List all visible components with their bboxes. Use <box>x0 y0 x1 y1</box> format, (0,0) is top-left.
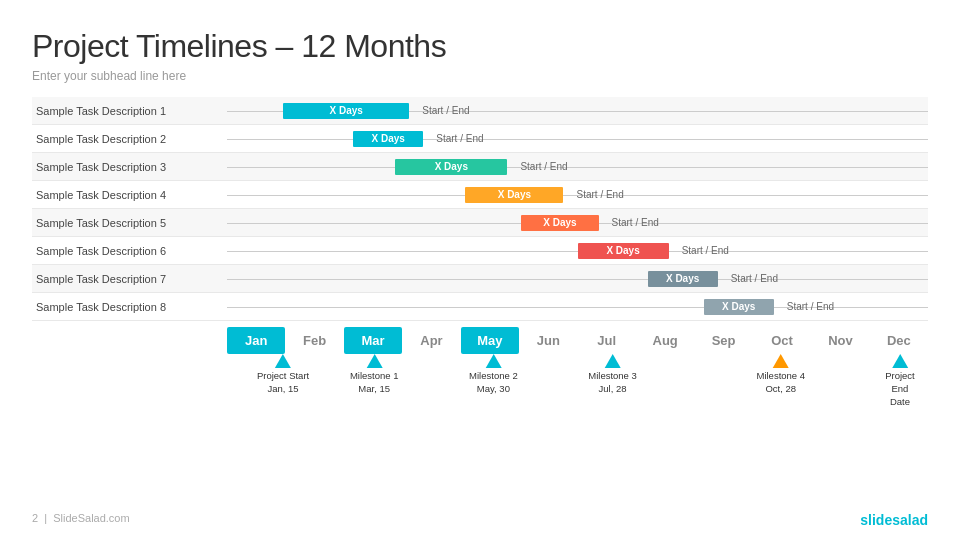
month-cell-may: May <box>461 327 519 354</box>
start-end-label: Start / End <box>576 189 623 200</box>
gantt-bar: X Days <box>704 299 774 315</box>
gantt-line <box>227 279 928 280</box>
task-label: Sample Task Description 6 <box>32 245 227 257</box>
gantt-row: Sample Task Description 8X DaysStart / E… <box>32 293 928 321</box>
gantt-row: Sample Task Description 5X DaysStart / E… <box>32 209 928 237</box>
task-label: Sample Task Description 7 <box>32 273 227 285</box>
milestone-marker: Milestone 4Oct, 28 <box>756 354 805 396</box>
footer: 2 | SlideSalad.com slidesalad <box>0 512 960 528</box>
month-cell-feb: Feb <box>285 327 343 354</box>
milestone-triangle <box>366 354 382 368</box>
month-cell-jun: Jun <box>519 327 577 354</box>
gantt-row: Sample Task Description 6X DaysStart / E… <box>32 237 928 265</box>
milestone-marker: Milestone 1Mar, 15 <box>350 354 399 396</box>
bar-area: X DaysStart / End <box>227 125 928 152</box>
milestone-marker: Project StartJan, 15 <box>257 354 309 396</box>
milestone-label: Milestone 1Mar, 15 <box>350 370 399 396</box>
start-end-label: Start / End <box>731 273 778 284</box>
milestone-label: Project StartJan, 15 <box>257 370 309 396</box>
task-label: Sample Task Description 1 <box>32 105 227 117</box>
month-cell-nov: Nov <box>811 327 869 354</box>
slide-subtitle: Enter your subhead line here <box>32 69 928 83</box>
month-cell-aug: Aug <box>636 327 694 354</box>
milestone-triangle <box>892 354 908 368</box>
milestones-area: Project StartJan, 15Milestone 1Mar, 15Mi… <box>32 354 928 406</box>
milestone-triangle <box>605 354 621 368</box>
gantt-row: Sample Task Description 4X DaysStart / E… <box>32 181 928 209</box>
month-cell-oct: Oct <box>753 327 811 354</box>
bar-area: X DaysStart / End <box>227 265 928 292</box>
month-cell-dec: Dec <box>870 327 928 354</box>
slide-title: Project Timelines – 12 Months <box>32 28 928 65</box>
task-label: Sample Task Description 4 <box>32 189 227 201</box>
bar-area: X DaysStart / End <box>227 237 928 264</box>
bar-area: X DaysStart / End <box>227 209 928 236</box>
month-cell-mar: Mar <box>344 327 402 354</box>
gantt-bar: X Days <box>648 271 718 287</box>
start-end-label: Start / End <box>520 161 567 172</box>
start-end-label: Start / End <box>422 105 469 116</box>
milestone-label: Project EndDate <box>885 370 915 408</box>
task-label: Sample Task Description 8 <box>32 301 227 313</box>
timeline-axis: JanFebMarAprMayJunJulAugSepOctNovDec <box>32 327 928 354</box>
bar-area: X DaysStart / End <box>227 181 928 208</box>
milestone-triangle <box>275 354 291 368</box>
gantt-row: Sample Task Description 3X DaysStart / E… <box>32 153 928 181</box>
milestone-label: Milestone 2May, 30 <box>469 370 518 396</box>
start-end-label: Start / End <box>682 245 729 256</box>
start-end-label: Start / End <box>612 217 659 228</box>
gantt-row: Sample Task Description 7X DaysStart / E… <box>32 265 928 293</box>
month-cell-jul: Jul <box>578 327 636 354</box>
gantt-line <box>227 139 928 140</box>
month-cell-jan: Jan <box>227 327 285 354</box>
gantt-bar: X Days <box>353 131 423 147</box>
milestone-marker: Milestone 2May, 30 <box>469 354 518 396</box>
start-end-label: Start / End <box>436 133 483 144</box>
bar-area: X DaysStart / End <box>227 293 928 320</box>
gantt-chart: Sample Task Description 1X DaysStart / E… <box>32 97 928 321</box>
milestone-marker: Project EndDate <box>885 354 915 408</box>
bar-area: X DaysStart / End <box>227 97 928 124</box>
gantt-row: Sample Task Description 1X DaysStart / E… <box>32 97 928 125</box>
gantt-bar: X Days <box>521 215 598 231</box>
start-end-label: Start / End <box>787 301 834 312</box>
month-cell-apr: Apr <box>402 327 460 354</box>
task-label: Sample Task Description 5 <box>32 217 227 229</box>
page-number: 2 | SlideSalad.com <box>32 512 130 528</box>
milestone-triangle <box>773 354 789 368</box>
gantt-row: Sample Task Description 2X DaysStart / E… <box>32 125 928 153</box>
milestone-label: Milestone 4Oct, 28 <box>756 370 805 396</box>
gantt-bar: X Days <box>283 103 409 119</box>
month-cell-sep: Sep <box>694 327 752 354</box>
milestone-label: Milestone 3Jul, 28 <box>588 370 637 396</box>
gantt-bar: X Days <box>395 159 507 175</box>
milestone-triangle <box>485 354 501 368</box>
slide: Project Timelines – 12 Months Enter your… <box>0 0 960 540</box>
gantt-bar: X Days <box>465 187 563 203</box>
task-label: Sample Task Description 3 <box>32 161 227 173</box>
gantt-bar: X Days <box>578 243 669 259</box>
task-label: Sample Task Description 2 <box>32 133 227 145</box>
bar-area: X DaysStart / End <box>227 153 928 180</box>
milestone-marker: Milestone 3Jul, 28 <box>588 354 637 396</box>
gantt-line <box>227 167 928 168</box>
brand-logo: slidesalad <box>860 512 928 528</box>
